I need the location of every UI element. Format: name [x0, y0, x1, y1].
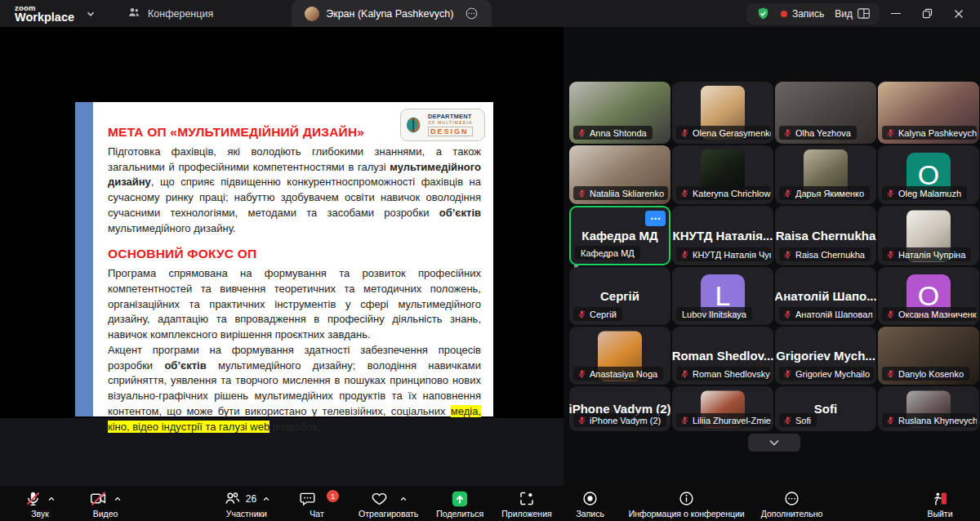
more-label: Дополнительно [761, 509, 823, 519]
microphone-muted-icon [577, 128, 586, 137]
participant-tile[interactable]: Nataliia Skliarenko [569, 145, 670, 204]
tab-avatar [305, 7, 319, 21]
audio-options-chevron[interactable] [47, 495, 56, 503]
participant-tile[interactable]: Наталія Чупріна [878, 206, 979, 265]
participant-tile[interactable]: Anastasiya Noga [569, 327, 670, 385]
participant-name-pill: iPhone Vadym (2) [573, 413, 666, 427]
microphone-muted-icon [783, 369, 792, 378]
microphone-muted-icon [680, 250, 689, 259]
tab-screen-share[interactable]: Экран (Kalyna Pashkevych) [292, 0, 492, 27]
tab-options-icon[interactable] [465, 7, 479, 20]
record-button[interactable]: Запись [564, 486, 617, 521]
participant-name-pill: Grigoriev Mychailo [779, 367, 874, 381]
participant-name-pill: Anastasiya Noga [573, 367, 663, 381]
participant-name-label: Анатолій Шаповал [795, 309, 873, 319]
leave-button[interactable]: Выйти [913, 486, 967, 521]
participant-name-pill: Анатолій Шаповал [779, 307, 874, 321]
participant-tile[interactable]: Дарья Якименко [775, 145, 876, 204]
meeting-status-group: Запись Вид [746, 3, 880, 24]
more-ellipsis-icon [783, 490, 800, 507]
participant-name-label: Наталія Чупріна [898, 250, 965, 260]
participant-tile[interactable]: SofiSofi [775, 386, 876, 431]
participant-name-pill: Danylo Kosenko [882, 367, 969, 381]
workspace-chevron-down-icon[interactable] [86, 9, 96, 19]
participant-tile[interactable]: Raisa ChernukhaRaisa Chernukha [775, 206, 876, 265]
participant-name-pill: Sofi [779, 413, 817, 427]
slide-heading-2: ОСНОВНИЙ ФОКУС ОП [108, 247, 481, 261]
participant-name-pill: Roman Shedlovsky [676, 367, 771, 381]
participant-tile[interactable]: Kalyna Pashkevych [878, 82, 979, 144]
security-shield-icon[interactable] [756, 7, 770, 20]
people-icon [127, 6, 141, 21]
audio-button[interactable]: Звук [13, 486, 67, 521]
record-icon [581, 490, 599, 507]
video-options-chevron[interactable] [114, 495, 122, 503]
participant-tile[interactable]: iPhone Vadym (2)iPhone Vadym (2) [569, 386, 670, 431]
participant-tile[interactable]: Olha Yezhova [775, 82, 876, 144]
chat-label: Чат [310, 509, 323, 519]
gallery-scroll-down-button[interactable] [748, 434, 800, 452]
participant-name-label: Nataliia Skliarenko [590, 189, 664, 198]
recording-indicator[interactable]: Запись [781, 8, 824, 20]
participant-tile[interactable]: Roman Shedlov...Roman Shedlovsky [672, 327, 773, 385]
participant-tile[interactable]: СергійСергій [569, 267, 670, 325]
participant-tile[interactable]: Danylo Kosenko [878, 327, 979, 385]
participant-name-pill: Raisa Chernukha [779, 247, 871, 261]
tab-meeting[interactable]: Конференция [114, 0, 226, 27]
participant-tile[interactable]: LLubov Ilnitskaya [672, 267, 773, 325]
participants-chevron[interactable] [262, 495, 270, 503]
share-screen-icon [451, 490, 469, 508]
participant-tile[interactable]: Кафедра МДКафедра МД⋯ [569, 206, 670, 265]
participant-name-label: Kateryna Chrichlow [693, 189, 770, 198]
participant-tile[interactable]: Grigoriev Mych...Grigoriev Mychailo [775, 327, 876, 385]
meeting-info-button[interactable]: Информация о конференции [624, 486, 750, 521]
recording-label: Запись [792, 8, 824, 20]
microphone-muted-icon [577, 369, 586, 378]
view-button[interactable]: Вид [835, 8, 870, 20]
close-button[interactable] [954, 9, 964, 19]
participant-tile[interactable]: Olena Gerasymenko [672, 82, 773, 144]
participant-tile[interactable]: Anna Shtonda [569, 82, 670, 144]
restore-button[interactable] [922, 8, 933, 19]
tile-more-button[interactable]: ⋯ [645, 211, 666, 226]
video-button[interactable]: Видео [78, 486, 132, 521]
participant-name-label: Kalyna Pashkevych [898, 128, 977, 138]
participant-name-pill: Liliia Zhuravel-Zmieieva [676, 413, 771, 427]
slide-paragraph-1: Підготовка фахівців, які володіють глибо… [108, 145, 481, 236]
participant-tile[interactable]: Анатолій Шапо...Анатолій Шаповал [775, 267, 876, 325]
chat-button[interactable]: 1 Чат [290, 486, 344, 521]
participant-tile[interactable]: Liliia Zhuravel-Zmieieva [672, 386, 773, 431]
participant-tile[interactable]: OOleg Malamuzh [878, 145, 979, 204]
heart-icon [370, 490, 389, 507]
zoom-workplace-logo: zoom Workplace [15, 4, 74, 24]
minimize-button[interactable] [891, 13, 901, 15]
recording-dot-icon [781, 11, 787, 17]
microphone-muted-icon [680, 189, 689, 198]
slide-paragraph-2: Програма спрямована на формування та роз… [108, 266, 481, 343]
microphone-muted-icon [680, 128, 689, 137]
participant-name-label: КНУТД Наталія Чупріна [693, 250, 771, 260]
share-button[interactable]: Поделиться [431, 486, 488, 521]
participant-tile[interactable]: OОксана Мазниченко [878, 267, 979, 325]
participant-name-pill: Oleg Malamuzh [882, 186, 967, 200]
participant-name-pill: Сергій [573, 307, 622, 321]
microphone-muted-icon [783, 189, 792, 198]
slide-heading-1: МЕТА ОП «МУЛЬТИМЕДІЙНИЙ ДИЗАЙН» [108, 125, 481, 140]
participants-icon [223, 490, 242, 507]
participants-count: 26 [246, 493, 256, 505]
apps-button[interactable]: Приложения [497, 486, 556, 521]
slide-blue-band [75, 102, 96, 416]
microphone-muted-icon [886, 189, 895, 198]
participant-tile[interactable]: КНУТД Наталія...КНУТД Наталія Чупріна [672, 206, 773, 265]
participants-button[interactable]: 26 Участники [218, 486, 275, 521]
participant-tile[interactable]: Ruslana Khynevych [878, 386, 979, 431]
participant-name-label: iPhone Vadym (2) [590, 416, 661, 425]
participant-name-pill: Кафедра МД [575, 246, 640, 260]
meeting-info-label: Информация о конференции [629, 509, 745, 519]
more-button[interactable]: Дополнительно [756, 486, 828, 521]
meeting-toolbar: Звук Видео 26 Участники 1 Чат Отреагиров… [0, 486, 980, 521]
react-button[interactable]: Отреагировать [354, 486, 423, 521]
participant-tile[interactable]: Kateryna Chrichlow [672, 145, 773, 204]
react-chevron[interactable] [399, 495, 408, 503]
participant-name-label: Сергій [590, 309, 617, 319]
